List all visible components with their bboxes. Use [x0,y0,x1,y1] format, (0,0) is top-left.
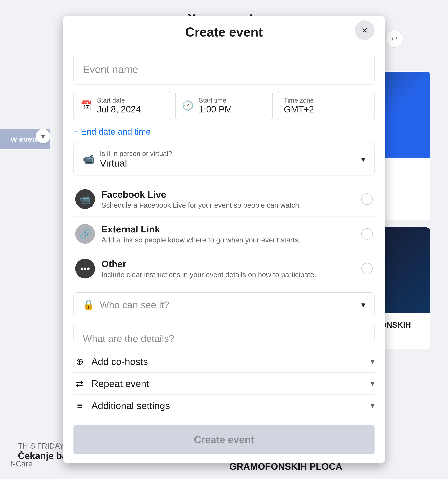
new-event-label: w event [11,135,40,143]
location-content: Is it in person or virtual? Virtual [100,150,356,169]
start-date-value: Jul 8, 2024 [97,104,141,115]
plus-circle-icon: ⊕ [74,356,86,367]
share-button[interactable]: ↩ [385,30,403,48]
chevron-down-icon: ▾ [361,300,365,309]
external-link-title: External Link [102,224,355,235]
chevron-down-icon: ▾ [371,401,374,410]
datetime-row: 📅 Start date Jul 8, 2024 🕐 Start time 1:… [74,91,374,120]
timezone-content: Time zone GMT+2 [284,97,314,115]
other-text: Other Include clear instructions in your… [102,259,355,279]
create-event-modal: Create event × 📅 Start date Jul 8, 2024 … [63,16,385,463]
settings-list-icon: ≡ [74,400,86,411]
option-facebook-live[interactable]: 📹 Facebook Live Schedule a Facebook Live… [74,182,374,217]
video-icon: 📹 [83,154,95,165]
facebook-live-radio[interactable] [361,193,373,205]
share-icon: ↩ [391,34,398,43]
repeat-event-label: Repeat event [91,378,365,389]
link-icon: 🔗 [79,228,91,240]
end-date-link[interactable]: + End date and time [74,127,374,137]
other-icon-circle: ••• [75,259,95,279]
facebook-live-title: Facebook Live [102,189,355,200]
modal-header: Create event × [63,16,385,45]
privacy-dropdown[interactable]: 🔒 Who can see it? ▾ [74,293,374,317]
start-date-field[interactable]: 📅 Start date Jul 8, 2024 [74,91,171,120]
privacy-placeholder: Who can see it? [100,299,356,310]
start-time-field[interactable]: 🕐 Start time 1:00 PM [175,91,273,120]
external-link-icon-circle: 🔗 [75,224,95,244]
facebook-live-icon-circle: 📹 [75,189,95,209]
timezone-field[interactable]: Time zone GMT+2 [277,91,374,120]
video-camera-icon: 📹 [79,194,91,205]
additional-settings-label: Additional settings [91,400,365,411]
calendar-icon: 📅 [80,100,92,111]
external-link-radio[interactable] [361,228,373,240]
clock-icon: 🕐 [182,100,194,111]
add-cohosts-section[interactable]: ⊕ Add co-hosts ▾ [74,351,374,373]
modal-body: 📅 Start date Jul 8, 2024 🕐 Start time 1:… [63,45,385,463]
create-event-button[interactable]: Create event [74,425,374,454]
facebook-live-text: Facebook Live Schedule a Facebook Live f… [102,189,355,209]
external-link-text: External Link Add a link so people know … [102,224,355,244]
location-dropdown[interactable]: 📹 Is it in person or virtual? Virtual ▾ [74,143,374,175]
start-date-label: Start date [97,97,141,104]
timezone-label: Time zone [284,97,314,104]
chevron-down-icon: ▾ [371,379,374,388]
start-time-label: Start time [199,97,232,104]
facebook-live-desc: Schedule a Facebook Live for your event … [102,201,355,209]
start-date-content: Start date Jul 8, 2024 [97,97,141,115]
location-label: Is it in person or virtual? [100,150,356,158]
additional-settings-section[interactable]: ≡ Additional settings ▾ [74,394,374,417]
other-desc: Include clear instructions in your event… [102,271,355,279]
close-icon: × [362,24,368,36]
dots-icon: ••• [80,263,90,274]
details-textarea[interactable] [74,324,374,342]
timezone-value: GMT+2 [284,104,314,115]
bottom-left-label: f-Care [11,459,33,468]
virtual-options-list: 📹 Facebook Live Schedule a Facebook Live… [74,182,374,286]
chevron-down-icon: ▾ [371,357,374,366]
modal-title: Create event [185,25,263,39]
repeat-event-section[interactable]: ⇄ Repeat event ▾ [74,373,374,394]
option-other[interactable]: ••• Other Include clear instructions in … [74,251,374,286]
expand-sections: ⊕ Add co-hosts ▾ ⇄ Repeat event ▾ ≡ Addi… [74,349,374,417]
create-event-label: Create event [194,434,254,445]
expand-toggle[interactable]: ▾ [36,129,50,143]
option-external-link[interactable]: 🔗 External Link Add a link so people kno… [74,217,374,251]
repeat-icon: ⇄ [74,378,86,389]
event-name-input[interactable] [74,54,374,85]
chevron-down-icon: ▾ [361,155,365,164]
lock-icon: 🔒 [83,299,95,310]
other-radio[interactable] [361,263,373,274]
other-title: Other [102,259,355,269]
add-cohosts-label: Add co-hosts [91,356,365,367]
modal-close-button[interactable]: × [355,20,374,40]
start-time-value: 1:00 PM [199,104,232,115]
end-date-label: + End date and time [74,127,151,137]
external-link-desc: Add a link so people know where to go wh… [102,236,355,244]
location-value: Virtual [100,158,356,169]
chevron-down-icon: ▾ [41,132,45,141]
start-time-content: Start time 1:00 PM [199,97,232,115]
